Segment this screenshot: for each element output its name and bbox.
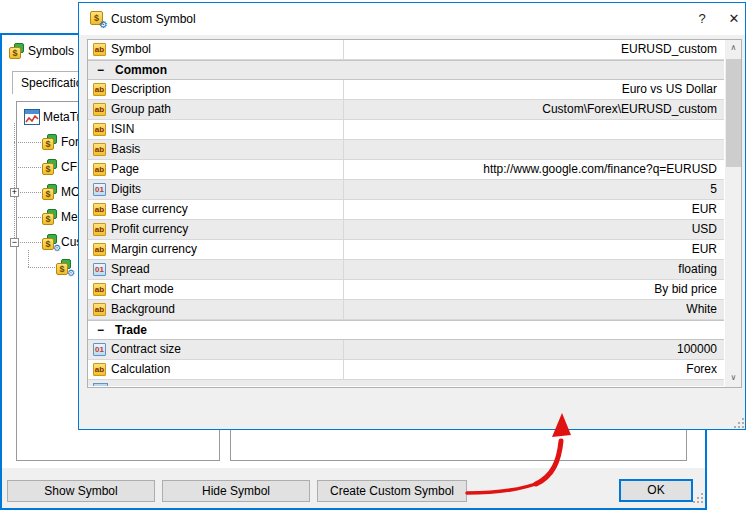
text-field-icon: ab xyxy=(93,203,106,216)
property-row[interactable]: 01Contract size100000 xyxy=(88,340,724,360)
symbols-folder-icon: $ xyxy=(42,184,58,200)
property-row[interactable]: abGroup pathCustom\Forex\EURUSD_custom xyxy=(88,100,724,120)
property-value[interactable]: EUR xyxy=(344,200,724,219)
symbols-resize-grip[interactable] xyxy=(693,493,703,503)
text-field-icon: ab xyxy=(93,303,106,316)
symbols-ok-button[interactable]: OK xyxy=(619,479,693,502)
metatrader-icon xyxy=(24,109,40,125)
create-custom-symbol-button[interactable]: Create Custom Symbol xyxy=(317,480,467,502)
close-button[interactable]: ✕ xyxy=(723,9,745,29)
property-row[interactable]: 01Digits5 xyxy=(88,180,724,200)
section-row[interactable]: −Trade xyxy=(88,320,724,340)
property-label: Background xyxy=(111,300,175,319)
property-value[interactable]: floating xyxy=(344,260,724,279)
property-label: Profit currency xyxy=(111,220,188,239)
property-value[interactable]: White xyxy=(344,300,724,319)
property-value[interactable]: EURUSD_custom xyxy=(344,40,724,59)
property-row[interactable]: abDescriptionEuro vs US Dollar xyxy=(88,80,724,100)
property-label: Symbol xyxy=(111,40,151,59)
symbols-folder-icon: $ xyxy=(42,159,58,175)
tree-connector xyxy=(14,167,41,169)
property-label: ISIN xyxy=(111,120,134,139)
property-label-cell: abGroup path xyxy=(88,100,344,119)
number-field-icon xyxy=(93,383,108,386)
property-value[interactable]: http://www.google.com/finance?q=EURUSD xyxy=(344,160,724,179)
property-label-cell: 01Spread xyxy=(88,260,344,279)
help-button[interactable]: ? xyxy=(691,9,713,29)
custom-symbol-dialog: $⚙ Custom Symbol ? ✕ abSymbolEURUSD_cust… xyxy=(78,2,746,430)
gear-icon: ⚙ xyxy=(99,20,108,30)
number-field-icon: 01 xyxy=(93,263,106,276)
property-row[interactable]: abChart modeBy bid price xyxy=(88,280,724,300)
property-value[interactable]: By bid price xyxy=(344,280,724,299)
custom-symbol-icon: $⚙ xyxy=(90,11,105,26)
dialog-resize-grip[interactable] xyxy=(734,418,744,428)
property-value[interactable] xyxy=(344,140,724,159)
property-label-cell: 01Contract size xyxy=(88,340,344,359)
property-label-cell: abProfit currency xyxy=(88,220,344,239)
scroll-down-icon[interactable]: ∨ xyxy=(725,370,742,387)
property-grid-rows: abSymbolEURUSD_custom−CommonabDescriptio… xyxy=(88,40,724,386)
property-label: Spread xyxy=(111,260,150,279)
text-field-icon: ab xyxy=(93,223,106,236)
property-value[interactable]: Custom\Forex\EURUSD_custom xyxy=(344,100,724,119)
collapse-icon[interactable]: − xyxy=(97,321,104,339)
property-label-cell: abBackground xyxy=(88,300,344,319)
property-row[interactable]: abISIN xyxy=(88,120,724,140)
property-row[interactable]: abProfit currencyUSD xyxy=(88,220,724,240)
property-label-cell: abChart mode xyxy=(88,280,344,299)
property-value[interactable]: Euro vs US Dollar xyxy=(344,80,724,99)
property-label: Group path xyxy=(111,100,171,119)
property-row[interactable]: abBackgroundWhite xyxy=(88,300,724,320)
property-row[interactable]: abCalculationForex xyxy=(88,360,724,380)
property-row[interactable]: 01Spreadfloating xyxy=(88,260,724,280)
scrollbar[interactable]: ∧ ∨ xyxy=(725,40,742,387)
property-row[interactable]: abPagehttp://www.google.com/finance?q=EU… xyxy=(88,160,724,180)
dialog-titlebar[interactable]: $⚙ Custom Symbol ? ✕ xyxy=(79,3,745,35)
property-label: Digits xyxy=(111,180,141,199)
property-label-cell: abISIN xyxy=(88,120,344,139)
property-value[interactable]: 5 xyxy=(344,180,724,199)
tree-item[interactable]: For xyxy=(61,134,79,150)
scrollbar-thumb[interactable] xyxy=(726,59,741,167)
property-value[interactable]: Forex xyxy=(344,360,724,379)
text-field-icon: ab xyxy=(93,283,106,296)
property-label: Basis xyxy=(111,140,140,159)
property-row[interactable]: abBase currencyEUR xyxy=(88,200,724,220)
tree-connector xyxy=(28,250,30,267)
section-label: Trade xyxy=(115,321,147,340)
tree-expander[interactable]: − xyxy=(10,238,19,247)
text-field-icon: ab xyxy=(93,163,106,176)
property-label-cell: abSymbol xyxy=(88,40,344,59)
section-row[interactable]: −Common xyxy=(88,60,724,80)
number-field-icon: 01 xyxy=(93,183,106,196)
custom-symbols-folder-icon: $⚙ xyxy=(42,234,58,250)
hide-symbol-button[interactable]: Hide Symbol xyxy=(162,480,310,502)
tree-item[interactable]: Me xyxy=(61,209,78,225)
show-symbol-button[interactable]: Show Symbol xyxy=(7,480,155,502)
symbols-folder-icon: $ xyxy=(42,134,58,150)
collapse-icon[interactable]: − xyxy=(97,61,104,79)
section-label: Common xyxy=(115,61,167,80)
property-label: Base currency xyxy=(111,200,188,219)
dialog-title: Custom Symbol xyxy=(111,11,196,27)
property-value[interactable]: EUR xyxy=(344,240,724,259)
tree-expander[interactable]: + xyxy=(10,188,19,197)
gear-icon: ⚙ xyxy=(53,244,61,253)
property-label: Contract size xyxy=(111,340,181,359)
number-field-icon: 01 xyxy=(93,343,106,356)
tree-connector xyxy=(14,142,41,144)
property-value[interactable] xyxy=(344,120,724,139)
property-label-cell: abDescription xyxy=(88,80,344,99)
property-value[interactable]: USD xyxy=(344,220,724,239)
property-row[interactable]: abSymbolEURUSD_custom xyxy=(88,40,724,60)
property-label-cell: abPage xyxy=(88,160,344,179)
property-row[interactable]: abMargin currencyEUR xyxy=(88,240,724,260)
scroll-up-icon[interactable]: ∧ xyxy=(725,40,742,57)
property-row[interactable]: abBasis xyxy=(88,140,724,160)
property-label: Description xyxy=(111,80,171,99)
property-label-cell: abBase currency xyxy=(88,200,344,219)
dialog-footer: Copy from: ∨ Import Export OK Cancel xyxy=(79,388,745,430)
symbols-folder-icon: $ xyxy=(42,209,58,225)
property-value[interactable]: 100000 xyxy=(344,340,724,359)
